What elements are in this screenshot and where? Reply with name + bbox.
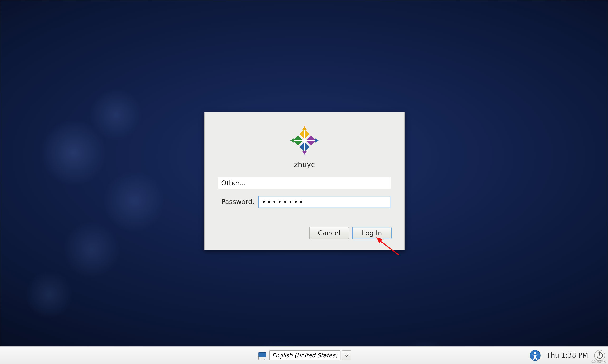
cancel-button[interactable]: Cancel	[309, 227, 349, 239]
svg-marker-9	[315, 138, 319, 143]
svg-rect-5	[293, 140, 316, 142]
login-dialog: zhuyc Password: Cancel Log In	[204, 112, 405, 250]
language-selector[interactable]: English (United States)	[269, 351, 351, 360]
language-label: English (United States)	[272, 352, 338, 359]
login-button[interactable]: Log In	[352, 227, 392, 239]
panel-clock[interactable]: Thu 1:38 PM	[547, 351, 588, 359]
svg-rect-12	[259, 352, 266, 357]
svg-point-15	[534, 352, 536, 353]
svg-marker-8	[290, 138, 294, 143]
password-label: Password:	[221, 198, 255, 206]
other-user-input[interactable]	[218, 177, 391, 189]
language-display[interactable]: English (United States)	[269, 351, 340, 360]
power-icon[interactable]	[594, 350, 605, 361]
username-display: zhuyc	[205, 160, 404, 169]
centos-logo-icon	[289, 125, 320, 156]
accessibility-icon[interactable]	[530, 350, 540, 361]
svg-marker-6	[302, 126, 307, 130]
keyboard-layout-indicator-icon[interactable]	[257, 351, 267, 360]
chevron-down-icon	[344, 354, 349, 357]
password-input[interactable]	[258, 196, 392, 208]
svg-marker-7	[302, 151, 307, 155]
language-dropdown-button[interactable]	[342, 351, 351, 360]
bottom-panel: English (United States) Thu 1:38 PM 亿速云	[0, 346, 608, 364]
